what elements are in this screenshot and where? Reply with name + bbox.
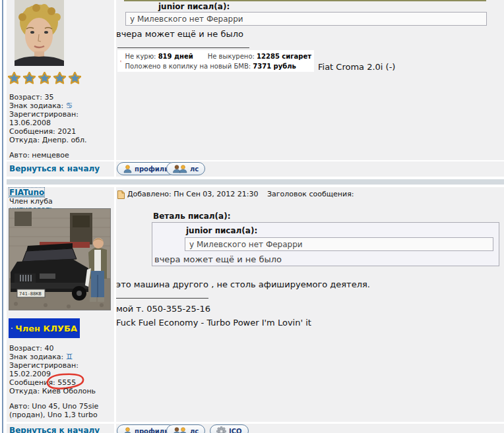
post2-posted-date: Добавлено: Пн Сен 03, 2012 21:30 bbox=[127, 190, 259, 198]
two-persons-icon bbox=[173, 165, 187, 173]
star-icon bbox=[38, 72, 51, 84]
quote-top-border bbox=[124, 0, 486, 1]
post2-club-badge: FIAT Член КЛУБА bbox=[9, 318, 80, 338]
post2-user-posts: Сообщения: 5555 bbox=[9, 378, 76, 387]
back-to-top-link[interactable]: Вернуться к началу bbox=[9, 164, 100, 173]
post2-user-registered-label: Зарегистрирован: bbox=[9, 361, 79, 370]
post1-signature-car: Fiat Croma 2.0i (-) bbox=[318, 62, 395, 72]
post-count-value: 5555 bbox=[57, 378, 76, 387]
post2-car-photo: 741-88КВ bbox=[9, 209, 110, 310]
star-icon bbox=[69, 72, 81, 84]
post2-message: это машина другого , не столь афишируемо… bbox=[116, 279, 370, 289]
post2-signature-motto: Fuck Fuel Economy - Turbo Power I'm Lovi… bbox=[116, 318, 311, 328]
post-separator bbox=[7, 179, 504, 185]
star-icon bbox=[53, 72, 66, 84]
post-icon bbox=[117, 189, 125, 202]
club-badge-text: Член КЛУБА bbox=[15, 324, 77, 333]
post2-user-car-line2: (продан), Uno 1,3 turbo bbox=[9, 411, 98, 419]
icq-flower-icon bbox=[216, 426, 226, 433]
post2-user-zodiac: Знак зодиака: ♊ bbox=[9, 353, 73, 361]
pm-button[interactable]: лс bbox=[166, 162, 205, 175]
post1-avatar bbox=[15, 0, 64, 66]
fiat-logo-icon: FIAT bbox=[11, 320, 13, 336]
two-persons-icon bbox=[173, 427, 187, 433]
star-icon bbox=[8, 72, 20, 84]
smoke-line1: Не курю: 819 днейНе выкурено: 12285 сига… bbox=[125, 51, 311, 61]
table-left-border bbox=[2, 0, 3, 433]
post2-user-from: Откуда: Киев Оболонь bbox=[9, 387, 96, 395]
zodiac-gemini-icon: ♊ bbox=[66, 352, 73, 361]
post2-inner-quote-header: junior писал(а): bbox=[186, 226, 257, 235]
post1-signature-divider bbox=[117, 47, 249, 48]
post1-user-posts: Сообщения: 2021 bbox=[9, 127, 76, 136]
post2-signature-phone: мой т. 050-355-25-16 bbox=[116, 304, 210, 314]
post1-smoke-counter: Не курю: 819 днейНе выкурено: 12285 сига… bbox=[117, 50, 314, 72]
post1-rating-stars bbox=[8, 72, 81, 84]
post2-signature-divider bbox=[116, 298, 208, 299]
post1-user-zodiac: Знак зодиака: ♋ bbox=[9, 101, 73, 110]
post1-user-car: Авто: немцевое bbox=[9, 151, 69, 159]
post2-user-car-line1: Авто: Uno 45, Uno 75sie bbox=[9, 402, 98, 411]
zodiac-cancer-icon: ♋ bbox=[66, 101, 73, 110]
post2-inner-quote-body: у Милевского нет Ферарри bbox=[185, 237, 493, 251]
back-to-top-link-2[interactable]: Вернуться к началу bbox=[9, 426, 100, 433]
post2-outer-quote-header: Веталь писал(а): bbox=[153, 212, 230, 221]
pm-button-2[interactable]: лс bbox=[166, 424, 205, 433]
post2-username-link[interactable]: FIATuno bbox=[9, 188, 44, 197]
post2-user-registered-date: 15.02.2009 bbox=[9, 370, 51, 378]
post1-user-registered-date: 13.06.2008 bbox=[9, 119, 51, 127]
post1-message: вчера может ещё и не было bbox=[116, 29, 243, 39]
star-icon bbox=[23, 72, 36, 84]
forum-page: Возраст: 35 Знак зодиака: ♋ Зарегистриро… bbox=[0, 0, 504, 433]
post1-quote-body: у Милевского нет Ферарри bbox=[125, 12, 487, 26]
person-icon bbox=[123, 165, 132, 173]
post2-user-age: Возраст: 40 bbox=[9, 344, 54, 353]
person-icon bbox=[123, 427, 132, 433]
post2-subject-label: Заголовок сообщения: bbox=[267, 190, 354, 198]
post1-quote-header: junior писал(а): bbox=[158, 2, 230, 11]
license-plate-text: 741-88КВ bbox=[19, 291, 42, 297]
icq-button[interactable]: ICQ bbox=[210, 424, 249, 433]
post1-user-age: Возраст: 35 bbox=[9, 93, 54, 101]
smoke-line2: Положено в копилку на новый БМВ: 7371 ру… bbox=[125, 61, 311, 71]
post1-user-from: Откуда: Днепр. обл. bbox=[9, 136, 87, 144]
post2-outer-quote-tail: вчера может ещё и не было bbox=[154, 254, 282, 264]
post1-user-registered-label: Зарегистрирован: bbox=[9, 110, 79, 119]
no-smoking-icon bbox=[120, 53, 121, 70]
